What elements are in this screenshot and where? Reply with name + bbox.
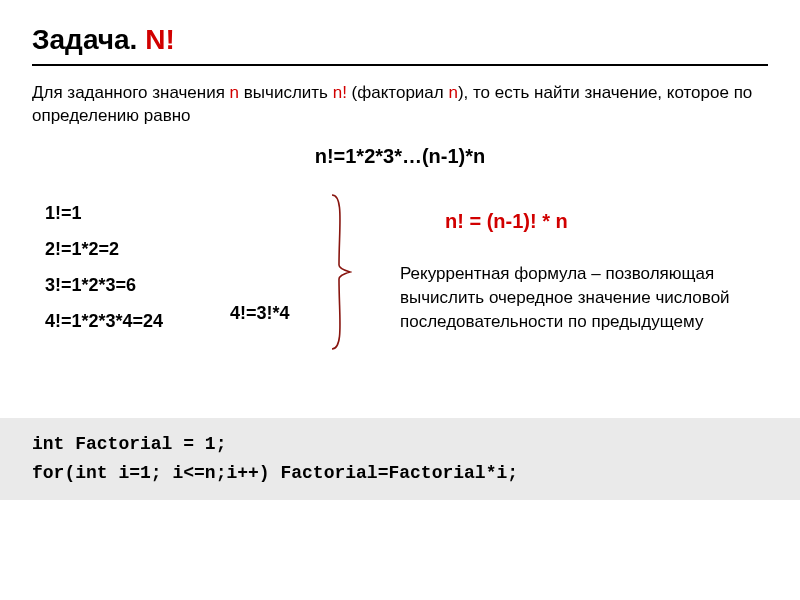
code-line-2: for(int i=1; i<=n;i++) Factorial=Factori… [32,463,518,483]
title-n: N! [145,24,175,55]
brace-icon [330,193,352,351]
slide-title: Задача. N! [32,24,175,56]
desc-nfact: n! [333,83,347,102]
desc-mid: вычислить [239,83,333,102]
desc-n2: n [448,83,457,102]
problem-description: Для заданного значения n вычислить n! (ф… [32,82,768,128]
title-divider [32,64,768,66]
example-1: 1!=1 [45,195,163,231]
desc-pre: Для заданного значения [32,83,230,102]
recurrent-formula: n! = (n-1)! * n [445,210,568,233]
title-text: Задача. [32,24,145,55]
desc-aft: (факториал [347,83,449,102]
example-3: 3!=1*2*3=6 [45,267,163,303]
code-line-1: int Factorial = 1; [32,434,226,454]
example-4b: 4!=3!*4 [230,303,290,324]
recurrent-description: Рекуррентная формула – позволяющая вычис… [400,262,750,333]
slide: Задача. N! Для заданного значения n вычи… [0,0,800,600]
examples-block: 1!=1 2!=1*2=2 3!=1*2*3=6 4!=1*2*3*4=24 [45,195,163,339]
desc-n: n [230,83,239,102]
main-formula: n!=1*2*3*…(n-1)*n [0,145,800,168]
example-4: 4!=1*2*3*4=24 [45,303,163,339]
code-block: int Factorial = 1; for(int i=1; i<=n;i++… [0,418,800,500]
example-2: 2!=1*2=2 [45,231,163,267]
